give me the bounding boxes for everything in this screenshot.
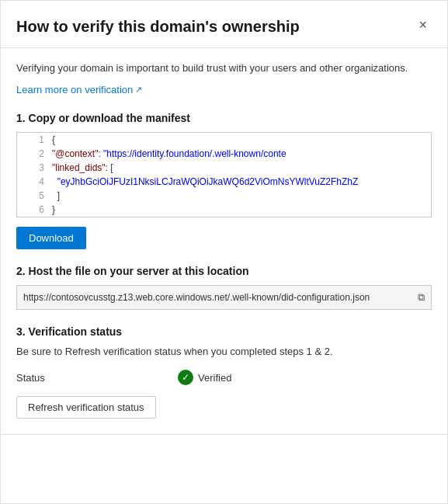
line-num-2: 2 (17, 147, 52, 161)
external-link-icon: ↗ (135, 85, 142, 95)
header-divider (1, 47, 447, 48)
download-button[interactable]: Download (16, 227, 86, 249)
line-num-5: 5 (17, 189, 52, 203)
code-block: 1 { 2 "@context": "https://identity.foun… (16, 132, 432, 217)
learn-more-label: Learn more on verification (16, 84, 133, 96)
panel: How to verify this domain's ownership × … (0, 0, 448, 504)
line-content-3: "linked_dids": [ (52, 161, 113, 175)
line-content-2: "@context": "https://identity.foundation… (52, 147, 287, 161)
code-line-3: 3 "linked_dids": [ (17, 161, 431, 175)
panel-title: How to verify this domain's ownership (16, 16, 414, 36)
copy-icon: ⧉ (418, 291, 425, 304)
close-button[interactable]: × (414, 16, 432, 33)
line-content-4: "eyJhbGciOiJFUzI1NksiLCJraWQiOiJkaWQ6d2V… (52, 175, 358, 189)
checkmark-icon: ✓ (182, 372, 189, 383)
host-location-field: ⧉ (16, 285, 432, 310)
copy-url-button[interactable]: ⧉ (412, 287, 431, 308)
intro-text: Verifying your domain is important to bu… (16, 61, 432, 76)
line-num-1: 1 (17, 133, 52, 147)
step2-title: 2. Host the file on your server at this … (16, 265, 432, 277)
line-num-6: 6 (17, 203, 52, 217)
code-line-5: 5 ] (17, 189, 431, 203)
verification-note: Be sure to Refresh verification status w… (16, 344, 432, 360)
code-line-6: 6 } (17, 203, 431, 217)
code-line-4: 4 "eyJhbGciOiJFUzI1NksiLCJraWQiOiJkaWQ6d… (17, 175, 431, 189)
code-line-2: 2 "@context": "https://identity.foundati… (17, 147, 431, 161)
panel-header: How to verify this domain's ownership × (16, 16, 432, 36)
verified-status-wrap: ✓ Verified (178, 370, 231, 385)
learn-more-link[interactable]: Learn more on verification ↗ (16, 84, 142, 96)
status-label: Status (16, 372, 63, 384)
step1-title: 1. Copy or download the manifest (16, 112, 432, 124)
step3-title: 3. Verification status (16, 325, 432, 338)
line-content-5: ] (52, 189, 60, 203)
line-num-3: 3 (17, 161, 52, 175)
host-url-input[interactable] (17, 286, 412, 309)
verified-text: Verified (198, 372, 231, 384)
bottom-divider (1, 434, 447, 435)
verified-icon: ✓ (178, 370, 193, 385)
line-num-4: 4 (17, 175, 52, 189)
code-line-1: 1 { (17, 133, 431, 147)
line-content-1: { (52, 133, 55, 147)
code-scroll-area[interactable]: 1 { 2 "@context": "https://identity.foun… (17, 133, 431, 217)
status-row: Status ✓ Verified (16, 370, 432, 385)
refresh-verification-button[interactable]: Refresh verification status (16, 396, 156, 419)
line-content-6: } (52, 203, 55, 217)
